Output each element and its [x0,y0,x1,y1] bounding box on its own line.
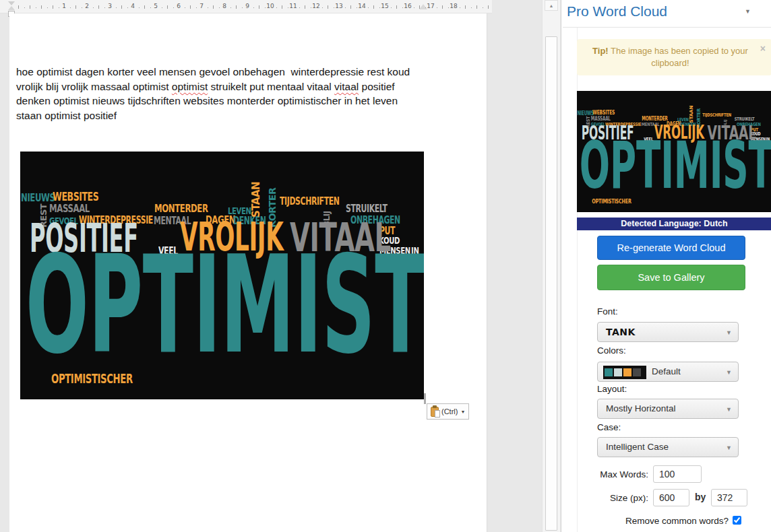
chevron-down-icon: ▼ [726,444,732,451]
chevron-down-icon: ▼ [726,406,732,413]
panel-menu-chevron-icon[interactable]: ▼ [745,8,751,15]
cloud-word: MASSAAL [49,203,90,215]
horizontal-ruler[interactable]: 123456789101112131415161718 [0,0,492,13]
cloud-word: OPTIMISTISCHER [592,198,631,204]
case-label: Case: [597,422,621,432]
size-width-input[interactable] [653,489,689,506]
max-words-input[interactable] [653,465,702,483]
paste-options-button[interactable]: (Ctrl) ▼ [427,403,469,420]
layout-select[interactable]: Mostly Horizontal ▼ [597,399,739,419]
size-height-input[interactable] [711,489,747,506]
size-by-label: by [695,492,706,502]
first-line-indent-marker[interactable] [8,1,15,5]
color-swatch-strip [603,366,646,379]
color-swatch [614,368,622,376]
document-text-line: vrolijk blij vrolijk massaal optimist op… [16,79,434,94]
word-cloud-preview[interactable]: NIEUWSWEBSITESMASSAALRESTGEVOELWINTERDEP… [577,91,771,212]
max-words-label: Max Words: [561,469,648,479]
scrollbar-up-arrow[interactable]: ▲ [545,0,558,11]
colors-select[interactable]: Default ▼ [597,362,739,382]
color-swatch [605,368,613,376]
detected-language-bar: Detected Language: Dutch [577,218,771,230]
pro-word-cloud-panel: Pro Word Cloud ▼ Tip! The image has been… [561,0,771,532]
scrollbar-thumb[interactable] [545,36,557,531]
remove-common-words-label: Remove common words? [561,516,729,526]
hanging-indent-marker[interactable] [8,6,15,10]
regenerate-button[interactable]: Re-generate Word Cloud [597,236,745,260]
cloud-word: TIJDSCHRIFTEN [702,112,731,117]
color-swatch [633,368,641,376]
right-indent-marker[interactable] [419,4,427,9]
document-paragraph[interactable]: hoe optimist dagen korter veel mensen ge… [16,65,434,123]
layout-label: Layout: [597,384,627,394]
colors-select-value: Default [652,362,681,381]
word-cloud-image[interactable]: NIEUWSWEBSITESMASSAALRESTGEVOELWINTERDEP… [20,152,424,399]
cloud-word: OPTIMIST [580,133,771,197]
colors-label: Colors: [597,345,626,356]
paste-options-label: (Ctrl) [441,407,458,415]
layout-select-value: Mostly Horizontal [606,399,676,418]
color-swatch [623,368,631,376]
close-icon[interactable]: × [760,44,766,53]
cloud-word: TIJDSCHRIFTEN [280,196,340,206]
document-text-line: staan optimist positief [16,108,434,123]
font-select[interactable]: TANK ▼ [597,322,739,342]
document-text-line: denken optimist nieuws tijdschriften web… [16,94,434,108]
case-select-value: Intelligent Case [606,438,669,457]
cloud-word: STRUIKELT [735,116,755,121]
tip-text: The image has been copied to your clipbo… [609,46,748,68]
cloud-word: STRUIKELT [346,203,388,213]
chevron-down-icon: ▼ [726,329,732,336]
save-to-gallery-button[interactable]: Save to Gallery [597,265,745,290]
tip-bold-label: Tip! [592,46,609,56]
document-text-line: hoe optimist dagen korter veel mensen ge… [16,65,434,79]
font-label: Font: [597,306,618,317]
tip-message: Tip! The image has been copied to your c… [577,39,771,75]
case-select[interactable]: Intelligent Case ▼ [597,437,739,457]
cloud-word: OPTIMIST [26,238,424,372]
clipboard-icon [431,407,439,417]
document-scrollbar[interactable]: ▲ [542,0,560,532]
remove-common-words-checkbox[interactable] [733,516,741,525]
panel-divider [563,27,771,28]
panel-title: Pro Word Cloud [567,3,667,20]
text-caret [424,393,426,404]
cloud-word: OPTIMISTISCHER [51,373,133,386]
document-page[interactable]: hoe optimist dagen korter veel mensen ge… [9,13,487,532]
chevron-down-icon: ▼ [460,409,465,414]
chevron-down-icon: ▼ [726,369,732,376]
cloud-word: STAAN [251,182,261,218]
font-select-value: TANK [606,323,636,341]
size-label: Size (px): [561,493,648,503]
